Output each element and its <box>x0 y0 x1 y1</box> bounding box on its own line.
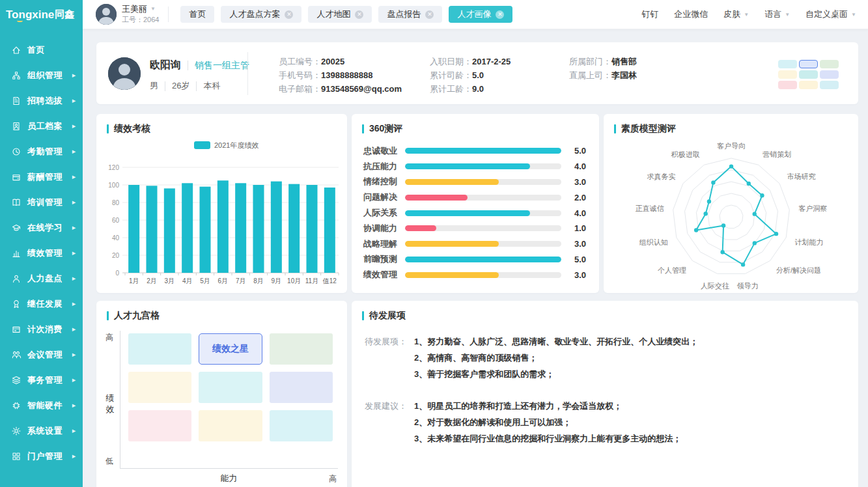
close-icon[interactable]: ✕ <box>496 10 504 19</box>
svg-text:60: 60 <box>112 217 120 224</box>
close-icon[interactable]: ✕ <box>425 10 434 19</box>
sidebar-item-label: 门户管理 <box>27 451 63 462</box>
bar-5月 <box>200 187 211 273</box>
nine-grid-x-axis-label: 能力 <box>120 473 338 484</box>
succession-icon <box>11 299 21 309</box>
chevron-down-icon: ▼ <box>851 12 856 18</box>
close-icon[interactable]: ✕ <box>355 10 363 19</box>
radar-axis-label: 客户洞察 <box>798 204 827 212</box>
development-card: 待发展项 待发展项：1、努力勤奋、人脉广泛、思路清晰、敬业专业、开拓行业、个人业… <box>352 301 858 487</box>
hardware-icon <box>11 400 21 411</box>
sidebar-item-settings[interactable]: 系统设置▶ <box>0 418 83 443</box>
tab-人才画像[interactable]: 人才画像✕ <box>449 6 512 23</box>
sidebar-item-succession[interactable]: 继任发展▶ <box>0 291 83 316</box>
brand-logo-en: Tongxine <box>6 8 54 21</box>
sidebar-item-org[interactable]: 组织管理▶ <box>0 63 83 88</box>
sidebar-item-home[interactable]: 首页 <box>0 37 83 63</box>
mini-grid-cell <box>820 60 839 68</box>
chevron-right-icon: ▶ <box>72 276 76 281</box>
sidebar-item-salary[interactable]: 薪酬管理▶ <box>0 164 83 189</box>
user-employee-no: 工号：2064 <box>122 15 159 24</box>
review-360-bar <box>405 163 530 169</box>
tab-label: 人才画像 <box>457 8 491 20</box>
employee-basics: 男 26岁 本科 <box>150 80 249 92</box>
nine-grid-cell <box>270 410 333 441</box>
performance-card-title: 绩效考核 <box>114 123 150 135</box>
sidebar-item-hr[interactable]: 人力盘点▶ <box>0 266 83 291</box>
nine-grid-x-high: 高 <box>329 473 337 484</box>
review-360-track <box>405 225 561 231</box>
brand-logo-cn: 同鑫 <box>55 8 74 21</box>
topbar-menu-语言[interactable]: 语言▼ <box>764 8 790 20</box>
topbar-menu-钉钉[interactable]: 钉钉 <box>641 8 658 20</box>
radar-axis-label: 客户导向 <box>717 142 746 150</box>
review-360-row: 问题解决2.0 <box>363 189 586 205</box>
close-icon[interactable]: ✕ <box>285 10 293 19</box>
chevron-right-icon: ▶ <box>72 200 76 205</box>
topbar-menu-企业微信[interactable]: 企业微信 <box>674 8 708 20</box>
mini-grid-cell <box>820 70 839 79</box>
bar-4月 <box>182 183 193 273</box>
tab-盘点报告[interactable]: 盘点报告✕ <box>378 6 442 23</box>
nine-grid-cell <box>270 333 333 365</box>
chevron-right-icon: ▶ <box>72 378 76 383</box>
topbar-right-menu: 钉钉企业微信皮肤▼语言▼自定义桌面▼ <box>641 8 856 20</box>
sidebar-item-elearn[interactable]: 在线学习▶ <box>0 215 83 240</box>
review-360-row: 忠诚敬业5.0 <box>363 143 586 159</box>
sidebar-item-label: 首页 <box>27 44 45 56</box>
nine-grid-y-low: 低 <box>105 456 113 467</box>
org-icon <box>11 70 21 81</box>
meeting-icon <box>11 350 21 360</box>
review-360-row: 绩效管理3.0 <box>363 267 586 283</box>
sidebar-item-meeting[interactable]: 会议管理▶ <box>0 342 83 367</box>
topbar-menu-皮肤[interactable]: 皮肤▼ <box>723 8 749 20</box>
sidebar-item-consume[interactable]: 计次消费▶ <box>0 316 83 342</box>
competency-radar-chart: 客户导向营销策划市场研究客户洞察计划能力分析/解决问题领导力人际交往个人管理组织… <box>604 135 858 292</box>
sidebar-item-recruit[interactable]: 招聘选拔▶ <box>0 88 83 113</box>
review-360-bar <box>405 272 499 278</box>
review-360-track <box>405 272 561 278</box>
svg-text:100: 100 <box>108 182 119 189</box>
sidebar-item-archive[interactable]: 员工档案▶ <box>0 113 83 139</box>
home-icon <box>11 45 21 55</box>
sidebar-item-performance[interactable]: 绩效管理▶ <box>0 240 83 266</box>
sidebar-item-attendance[interactable]: 考勤管理▶ <box>0 139 83 164</box>
performance-card: 绩效考核 2021年度绩效0204060801001201月2月3月4月5月6月… <box>96 114 347 293</box>
sidebar-item-hardware[interactable]: 智能硬件▶ <box>0 393 83 418</box>
review-360-row: 抗压能力4.0 <box>363 159 586 174</box>
review-360-track <box>405 210 561 216</box>
svg-text:120: 120 <box>108 164 119 171</box>
employee-education: 本科 <box>203 80 220 92</box>
sidebar-item-training[interactable]: 培训管理▶ <box>0 189 83 215</box>
development-line: 1、明星员工的培养和打造上还有潜力，学会适当放权； <box>414 398 681 414</box>
review-360-value: 2.0 <box>569 193 586 202</box>
user-name: 王美丽 <box>122 5 147 14</box>
chevron-right-icon: ▶ <box>72 225 76 230</box>
brand-logo[interactable]: Tongxine同鑫 <box>0 0 83 29</box>
svg-text:11月: 11月 <box>305 277 318 285</box>
chevron-right-icon: ▶ <box>72 149 76 154</box>
sidebar-item-label: 在线学习 <box>27 222 63 234</box>
employee-field: 入职日期：2017-2-25 <box>430 57 511 66</box>
tab-人才盘点方案[interactable]: 人才盘点方案✕ <box>221 6 301 23</box>
bar-7月 <box>235 183 246 273</box>
sidebar-item-affairs[interactable]: 事务管理▶ <box>0 367 83 393</box>
topbar-menu-自定义桌面[interactable]: 自定义桌面▼ <box>805 8 856 20</box>
portal-icon <box>11 451 21 462</box>
review-360-value: 5.0 <box>569 255 586 264</box>
sidebar-item-portal[interactable]: 门户管理▶ <box>0 443 83 469</box>
nine-grid-cell <box>128 372 191 403</box>
employee-gender: 男 <box>150 80 158 92</box>
review-360-row: 前瞻预测5.0 <box>363 252 586 268</box>
chevron-down-icon: ▼ <box>744 12 749 18</box>
mini-grid-cell <box>778 70 797 79</box>
sidebar-item-label: 计次消费 <box>27 324 63 335</box>
bar-值12 <box>324 188 335 273</box>
review-360-row: 情绪控制3.0 <box>363 174 586 190</box>
tab-首页[interactable]: 首页 <box>180 6 214 23</box>
user-menu[interactable]: 王美丽 ▼ 工号：2064 <box>96 4 159 25</box>
employee-position[interactable]: 销售一组主管 <box>195 60 249 72</box>
review-360-label: 情绪控制 <box>363 176 402 188</box>
tab-人才地图[interactable]: 人才地图✕ <box>308 6 372 23</box>
review-360-bar <box>405 179 499 185</box>
